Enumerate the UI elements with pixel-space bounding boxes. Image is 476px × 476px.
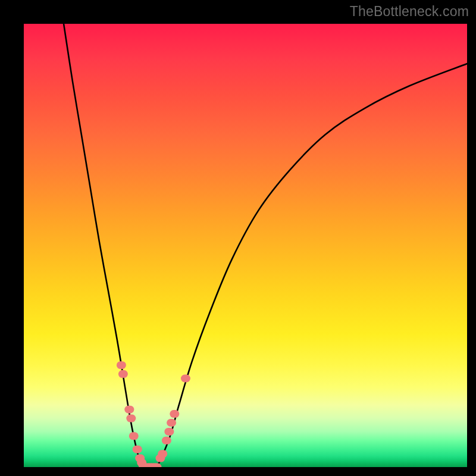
marker-point: [129, 432, 139, 440]
marker-point: [133, 446, 142, 453]
marker-point: [158, 450, 167, 458]
plot-area: [24, 24, 467, 467]
marker-point: [118, 370, 128, 378]
curve-layer: [24, 24, 467, 467]
curve-left-branch: [64, 24, 143, 467]
marker-point: [164, 428, 174, 436]
marker-point: [170, 410, 179, 418]
marker-point: [124, 406, 134, 414]
marker-point: [162, 437, 171, 444]
curve-right-branch: [157, 64, 468, 467]
marker-point: [126, 415, 136, 422]
marker-point: [117, 361, 126, 369]
chart-frame: TheBottleneck.com: [0, 0, 476, 476]
watermark-text: TheBottleneck.com: [350, 4, 469, 20]
marker-point: [181, 375, 190, 383]
marker-point: [167, 419, 176, 427]
